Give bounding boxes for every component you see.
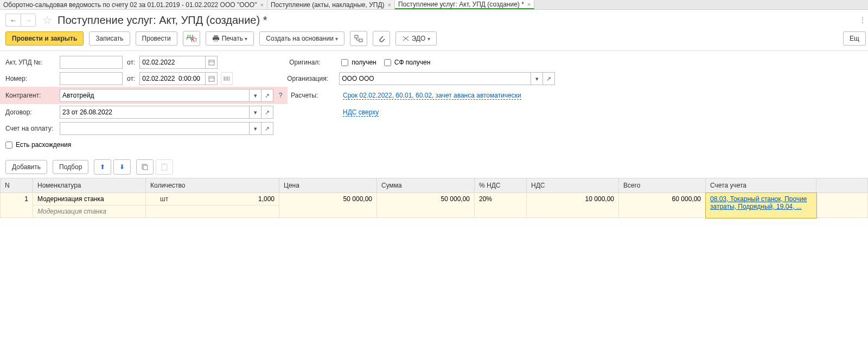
dropdown-icon[interactable]: ▾	[531, 72, 543, 85]
col-sum[interactable]: Сумма	[377, 178, 475, 193]
tab-2[interactable]: Поступление услуг: Акт, УПД (создание) *…	[395, 0, 534, 9]
dogovor-label: Договор:	[5, 108, 60, 116]
open-icon[interactable]: ↗	[261, 122, 273, 135]
open-icon[interactable]: ↗	[543, 72, 555, 85]
move-down-button[interactable]: ⬇	[113, 159, 131, 175]
post-and-close-button[interactable]: Провести и закрыть	[5, 31, 84, 46]
svg-rect-18	[162, 164, 167, 170]
tab-label: Поступление услуг: Акт, УПД (создание) *	[398, 1, 524, 8]
tab-0[interactable]: Оборотно-сальдовая ведомость по счету 02…	[0, 0, 267, 9]
open-icon[interactable]: ↗	[261, 89, 273, 102]
title-bar: ← → ☆ Поступление услуг: Акт, УПД (созда…	[0, 10, 868, 29]
create-based-on-button[interactable]: Создать на основании	[259, 31, 344, 46]
cell-nom-sub[interactable]: Модернизация станка	[33, 205, 146, 218]
act-no-label: Акт, УПД №:	[5, 59, 60, 66]
col-n[interactable]: N	[1, 178, 33, 193]
cell-qty[interactable]: 1,000 шт	[146, 193, 279, 205]
cell-vat-pct[interactable]: 20%	[475, 193, 527, 218]
number-date-input[interactable]	[139, 72, 206, 85]
schet-label: Счет на оплату:	[5, 125, 60, 132]
nav-back-button[interactable]: ←	[5, 14, 21, 27]
command-toolbar: Провести и закрыть Записать Провести ДтК…	[0, 29, 868, 51]
close-icon[interactable]: ×	[388, 2, 391, 8]
col-accounts[interactable]: Счета учета	[706, 178, 816, 193]
dropdown-icon[interactable]: ▾	[250, 122, 261, 135]
cell-accounts[interactable]: 08.03, Токарный станок, Прочие затраты, …	[706, 193, 816, 218]
print-button[interactable]: Печать	[206, 31, 254, 46]
favorite-star-icon[interactable]: ☆	[42, 14, 52, 27]
dogovor-input[interactable]	[60, 106, 250, 119]
copy-button[interactable]	[136, 159, 154, 175]
from-label-1: от:	[127, 59, 135, 66]
from-label-2: от:	[127, 75, 135, 82]
svg-text:Кт: Кт	[191, 36, 196, 42]
close-icon[interactable]: ×	[527, 1, 531, 8]
divergence-label: Есть расхождения	[16, 141, 71, 149]
paste-button[interactable]	[156, 159, 173, 175]
schet-input[interactable]	[60, 122, 250, 135]
received-label: получен	[352, 59, 376, 66]
more-actions-button[interactable]: Ещ	[843, 31, 866, 46]
table-toolbar: Добавить Подбор ⬆ ⬇	[0, 156, 868, 178]
cell-price[interactable]: 50 000,00	[279, 193, 377, 218]
cell-sum[interactable]: 50 000,00	[377, 193, 475, 218]
table-row[interactable]: 1 Модернизация станка 1,000 шт 50 000,00…	[1, 193, 868, 205]
dt-kt-button[interactable]: ДтКт	[183, 31, 200, 46]
page-title: Поступление услуг: Акт, УПД (создание) *	[58, 14, 267, 27]
tab-1[interactable]: Поступление (акты, накладные, УПД)×	[267, 0, 395, 9]
dropdown-icon[interactable]: ▾	[250, 89, 261, 102]
help-icon[interactable]: ?	[276, 92, 285, 99]
tab-label: Оборотно-сальдовая ведомость по счету 02…	[3, 1, 257, 9]
kontragent-label: Контрагент:	[5, 92, 60, 99]
calendar-icon[interactable]	[206, 56, 218, 69]
received-checkbox[interactable]	[341, 59, 348, 66]
col-nom[interactable]: Номенклатура	[33, 178, 146, 193]
cell-vat[interactable]: 10 000,00	[527, 193, 619, 218]
act-date-input[interactable]	[139, 56, 206, 69]
edo-icon	[402, 35, 410, 42]
sf-received-checkbox[interactable]	[384, 59, 391, 66]
original-label: Оригинал:	[289, 59, 341, 66]
window-menu-icon[interactable]: ⋮	[859, 16, 866, 24]
col-vat-pct[interactable]: % НДС	[475, 178, 527, 193]
select-rows-button[interactable]: Подбор	[53, 160, 88, 174]
raschet-link[interactable]: Срок 02.02.2022, 60.01, 60.02, зачет ава…	[343, 92, 521, 100]
org-input[interactable]	[339, 72, 531, 85]
number-input[interactable]	[60, 72, 123, 85]
accounts-link[interactable]: 08.03, Токарный станок, Прочие затраты, …	[710, 195, 807, 210]
col-total[interactable]: Всего	[619, 178, 706, 193]
calendar-icon[interactable]	[206, 72, 218, 85]
cell-nom[interactable]: Модернизация станка	[33, 193, 146, 205]
cell-total[interactable]: 60 000,00	[619, 193, 706, 218]
svg-rect-6	[359, 39, 362, 42]
svg-rect-19	[163, 163, 165, 165]
post-button[interactable]: Провести	[136, 31, 177, 46]
cell-n[interactable]: 1	[1, 193, 33, 218]
svg-rect-4	[214, 40, 218, 42]
close-icon[interactable]: ×	[260, 2, 263, 8]
write-button[interactable]: Записать	[89, 31, 130, 46]
add-row-button[interactable]: Добавить	[5, 160, 47, 174]
divergence-checkbox[interactable]	[5, 142, 12, 149]
cell-qty-sub[interactable]	[146, 205, 279, 218]
edo-button[interactable]: ЭДО	[395, 31, 437, 46]
attach-button[interactable]	[373, 31, 390, 46]
nav-forward-button[interactable]: →	[21, 14, 36, 27]
cell-spacer	[816, 193, 868, 218]
act-no-input[interactable]	[60, 56, 123, 69]
open-icon[interactable]: ↗	[261, 106, 273, 119]
kontragent-input[interactable]	[60, 89, 250, 102]
col-qty[interactable]: Количество	[146, 178, 279, 193]
tabs-bar: Оборотно-сальдовая ведомость по счету 02…	[0, 0, 868, 10]
table-header-row: N Номенклатура Количество Цена Сумма % Н…	[1, 178, 868, 193]
printer-icon	[212, 35, 220, 42]
barcode-icon[interactable]	[221, 72, 233, 85]
nds-link[interactable]: НДС сверху	[343, 108, 379, 117]
structure-button[interactable]	[350, 31, 367, 46]
move-up-button[interactable]: ⬆	[94, 159, 111, 175]
svg-rect-9	[209, 76, 214, 81]
services-table: N Номенклатура Количество Цена Сумма % Н…	[0, 178, 868, 218]
dropdown-icon[interactable]: ▾	[250, 106, 261, 119]
col-price[interactable]: Цена	[279, 178, 377, 193]
col-vat[interactable]: НДС	[527, 178, 619, 193]
